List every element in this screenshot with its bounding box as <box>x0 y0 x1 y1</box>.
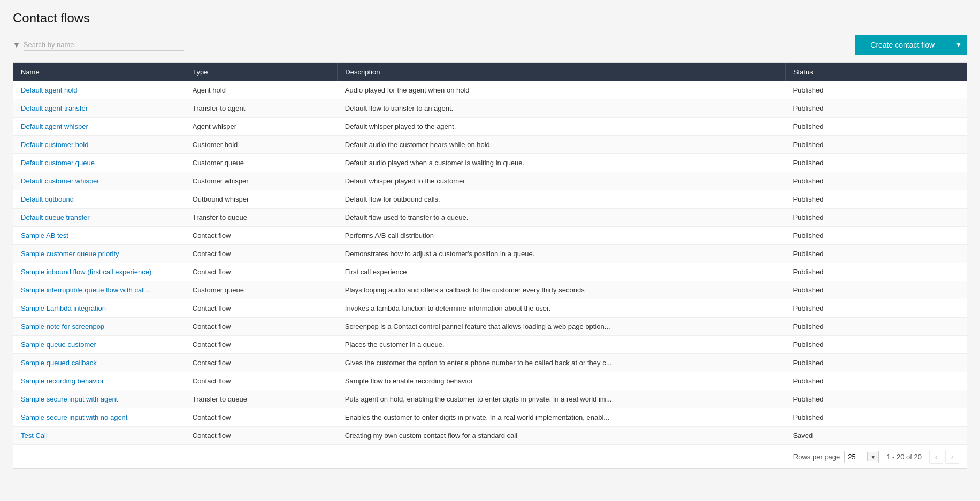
flow-status: Published <box>785 81 900 99</box>
flow-status: Published <box>785 118 900 136</box>
table-row: Sample queue customerContact flowPlaces … <box>13 336 967 354</box>
page-nav: ‹ › <box>929 450 959 464</box>
column-description: Description <box>338 63 786 81</box>
flow-actions <box>900 136 967 154</box>
create-button-wrapper: Create contact flow ▼ <box>855 35 967 55</box>
create-dropdown-button[interactable]: ▼ <box>950 35 967 55</box>
flow-name-link[interactable]: Test Call <box>21 431 48 440</box>
flow-name-link[interactable]: Default agent transfer <box>21 104 88 112</box>
flow-name-link[interactable]: Sample recording behavior <box>21 377 104 385</box>
flow-description: Sample flow to enable recording behavior <box>338 372 786 390</box>
flow-description: First call experience <box>338 263 786 281</box>
flow-name-link[interactable]: Sample secure input with agent <box>21 395 118 403</box>
flow-type: Transfer to queue <box>185 209 338 227</box>
flow-actions <box>900 281 967 299</box>
flow-description: Default flow used to transfer to a queue… <box>338 209 786 227</box>
flow-description: Performs A/B call distribution <box>338 227 786 245</box>
flow-name-link[interactable]: Default customer whisper <box>21 177 99 185</box>
flow-type: Contact flow <box>185 427 338 445</box>
flow-name-link[interactable]: Default outbound <box>21 195 74 203</box>
flow-status: Published <box>785 172 900 190</box>
flow-status: Published <box>785 390 900 408</box>
flow-description: Default flow to transfer to an agent. <box>338 99 786 118</box>
flow-status: Published <box>785 209 900 227</box>
table-row: Default customer holdCustomer holdDefaul… <box>13 136 967 154</box>
flow-name-link[interactable]: Sample queue customer <box>21 341 96 349</box>
flow-name-link[interactable]: Sample customer queue priority <box>21 250 119 258</box>
prev-page-button[interactable]: ‹ <box>929 450 943 464</box>
flow-description: Places the customer in a queue. <box>338 336 786 354</box>
flow-name-link[interactable]: Sample secure input with no agent <box>21 413 127 421</box>
flow-type: Agent hold <box>185 81 338 99</box>
flow-type: Customer queue <box>185 281 338 299</box>
flow-name-link[interactable]: Sample AB test <box>21 232 68 240</box>
flow-name-link[interactable]: Sample Lambda integration <box>21 304 106 312</box>
flow-actions <box>900 372 967 390</box>
flow-name-link[interactable]: Sample interruptible queue flow with cal… <box>21 286 151 294</box>
flow-type: Contact flow <box>185 318 338 336</box>
flow-type: Outbound whisper <box>185 190 338 209</box>
flow-description: Invokes a lambda function to determine i… <box>338 299 786 318</box>
flow-status: Published <box>785 408 900 427</box>
flow-type: Contact flow <box>185 227 338 245</box>
flow-actions <box>900 81 967 99</box>
flow-name-link[interactable]: Default agent whisper <box>21 122 88 130</box>
flow-actions <box>900 390 967 408</box>
flow-type: Transfer to queue <box>185 390 338 408</box>
flow-actions <box>900 318 967 336</box>
search-wrapper: ▼ <box>13 39 195 51</box>
rows-per-page-select[interactable]: 10 25 50 100 <box>845 451 867 463</box>
search-input[interactable] <box>24 39 184 51</box>
flow-status: Published <box>785 245 900 263</box>
flow-name-link[interactable]: Sample inbound flow (first call experien… <box>21 268 151 276</box>
flow-actions <box>900 190 967 209</box>
flow-type: Customer queue <box>185 154 338 172</box>
table-row: Sample AB testContact flowPerforms A/B c… <box>13 227 967 245</box>
table-row: Default customer queueCustomer queueDefa… <box>13 154 967 172</box>
flow-description: Default whisper played to the customer <box>338 172 786 190</box>
column-status: Status <box>785 63 900 81</box>
flow-description: Puts agent on hold, enabling the custome… <box>338 390 786 408</box>
flow-description: Gives the customer the option to enter a… <box>338 354 786 372</box>
flow-description: Creating my own custom contact flow for … <box>338 427 786 445</box>
table-row: Default agent transferTransfer to agentD… <box>13 99 967 118</box>
flow-status: Published <box>785 227 900 245</box>
flow-description: Audio played for the agent when on hold <box>338 81 786 99</box>
flow-type: Contact flow <box>185 336 338 354</box>
flow-status: Published <box>785 136 900 154</box>
table-row: Sample inbound flow (first call experien… <box>13 263 967 281</box>
flow-type: Contact flow <box>185 245 338 263</box>
flow-actions <box>900 408 967 427</box>
flow-status: Published <box>785 281 900 299</box>
rows-per-page-label: Rows per page <box>793 453 840 461</box>
flow-type: Contact flow <box>185 354 338 372</box>
rows-dropdown-btn[interactable]: ▼ <box>867 452 878 461</box>
flow-status: Saved <box>785 427 900 445</box>
table-row: Sample secure input with agentTransfer t… <box>13 390 967 408</box>
flow-name-link[interactable]: Default customer queue <box>21 159 95 167</box>
table-row: Sample Lambda integrationContact flowInv… <box>13 299 967 318</box>
flow-description: Screenpop is a Contact control pannel fe… <box>338 318 786 336</box>
flow-name-link[interactable]: Default agent hold <box>21 86 78 94</box>
column-type: Type <box>185 63 338 81</box>
flow-actions <box>900 427 967 445</box>
flow-status: Published <box>785 190 900 209</box>
table-row: Default outboundOutbound whisperDefault … <box>13 190 967 209</box>
next-page-button[interactable]: › <box>945 450 959 464</box>
flow-name-link[interactable]: Default queue transfer <box>21 213 90 221</box>
flow-status: Published <box>785 154 900 172</box>
flow-status: Published <box>785 354 900 372</box>
flow-name-link[interactable]: Sample note for screenpop <box>21 322 104 330</box>
table-body: Default agent holdAgent holdAudio played… <box>13 81 967 444</box>
create-contact-flow-button[interactable]: Create contact flow <box>855 35 950 55</box>
flow-type: Customer whisper <box>185 172 338 190</box>
flow-name-link[interactable]: Default customer hold <box>21 141 88 149</box>
table-container: Name Type Description Status Default age… <box>13 62 967 469</box>
toolbar: ▼ Create contact flow ▼ <box>13 35 967 55</box>
table-row: Default queue transferTransfer to queueD… <box>13 209 967 227</box>
page-info: 1 - 20 of 20 <box>886 453 922 461</box>
flow-type: Transfer to agent <box>185 99 338 118</box>
flow-description: Plays looping audio and offers a callbac… <box>338 281 786 299</box>
flow-actions <box>900 336 967 354</box>
flow-name-link[interactable]: Sample queued callback <box>21 359 97 367</box>
